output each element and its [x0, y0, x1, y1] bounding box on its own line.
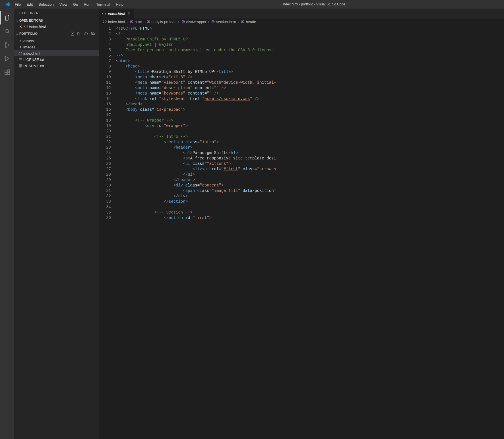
line-number: 1: [99, 26, 111, 31]
chevron-right-icon: ›: [208, 20, 210, 24]
new-folder-icon[interactable]: [76, 30, 82, 37]
file-name: LICENSE.txt: [23, 58, 44, 62]
svg-point-1: [5, 42, 7, 44]
menu-help[interactable]: Help: [113, 1, 126, 8]
code-line[interactable]: <meta charset="utf-8" />: [116, 75, 504, 80]
file-item[interactable]: LICENSE.txt: [14, 56, 99, 63]
breadcrumb-item[interactable]: heade: [241, 20, 256, 24]
breadcrumb-item[interactable]: body.is-preload: [146, 20, 177, 24]
file-item[interactable]: index.html: [14, 50, 99, 56]
refresh-icon[interactable]: [83, 30, 89, 37]
breadcrumb-item[interactable]: index.html: [102, 19, 125, 24]
code-line[interactable]: <div id="wrapper">: [116, 123, 504, 129]
menu-view[interactable]: View: [57, 1, 70, 8]
code-line[interactable]: <!-- Intro -->: [116, 134, 504, 140]
code-line[interactable]: <section id="first">: [116, 215, 504, 221]
file-name: README.txt: [23, 64, 44, 68]
menu-file[interactable]: File: [12, 1, 23, 8]
activity-run-debug-icon[interactable]: [0, 52, 14, 65]
folder-item[interactable]: assets: [14, 38, 99, 44]
code-line[interactable]: </section>: [116, 199, 504, 204]
code-line[interactable]: <title>Paradigm Shift by HTML5 UP</title…: [116, 69, 504, 75]
code-line[interactable]: <!-- Section -->: [116, 210, 504, 215]
code-editor[interactable]: 1234567891011121314151617181920212223242…: [99, 25, 504, 439]
symbol-icon: [211, 20, 215, 24]
file-item[interactable]: README.txt: [14, 63, 99, 69]
symbol-icon: [181, 20, 185, 24]
code-line[interactable]: <header>: [116, 145, 504, 150]
code-line[interactable]: <div class="content">: [116, 183, 504, 188]
line-number: 21: [99, 134, 111, 140]
activity-extensions-icon[interactable]: [0, 65, 14, 79]
code-line[interactable]: <meta name="viewport" content="width=dev…: [116, 80, 504, 85]
code-line[interactable]: [116, 129, 504, 134]
breadcrumb-item[interactable]: section.intro: [211, 20, 236, 24]
code-line[interactable]: </div>: [116, 194, 504, 199]
activity-search-icon[interactable]: [0, 24, 14, 38]
code-line[interactable]: <span class="image fill" data-position=: [116, 188, 504, 194]
close-icon[interactable]: ✕: [127, 11, 131, 16]
activity-explorer-icon[interactable]: [0, 11, 14, 24]
menu-selection[interactable]: Selection: [36, 1, 56, 8]
chevron-right-icon: ›: [126, 20, 128, 24]
code-line[interactable]: html5up.net | @ajlkn: [116, 42, 504, 48]
activity-source-control-icon[interactable]: [0, 38, 14, 52]
breadcrumb-item[interactable]: div#wrapper: [181, 20, 206, 24]
code-line[interactable]: <li><a href="#first" class="arrow s: [116, 167, 504, 172]
menu-run[interactable]: Run: [81, 1, 93, 8]
code-line[interactable]: </ul>: [116, 172, 504, 177]
menu-go[interactable]: Go: [71, 1, 80, 8]
line-number: 6: [99, 53, 111, 58]
breadcrumb-item[interactable]: html: [130, 20, 142, 24]
code-line[interactable]: [116, 204, 504, 210]
code-line[interactable]: <!DOCTYPE HTML>: [116, 26, 504, 31]
breadcrumb-label: section.intro: [216, 20, 236, 24]
line-number: 9: [99, 69, 111, 75]
code-line[interactable]: <head>: [116, 64, 504, 69]
code-line[interactable]: Paradigm Shift by HTML5 UP: [116, 37, 504, 42]
symbol-icon: [130, 20, 134, 24]
file-name: assets: [23, 39, 34, 43]
chevron-right-icon: ›: [177, 20, 180, 24]
code-line[interactable]: Free for personal and commercial use und…: [116, 48, 504, 53]
breadcrumb-label: html: [135, 20, 142, 24]
code-line[interactable]: -->: [116, 53, 504, 58]
code-line[interactable]: <section class="intro">: [116, 140, 504, 145]
folder-item[interactable]: images: [14, 44, 99, 50]
code-line[interactable]: <!-- Wrapper -->: [116, 118, 504, 123]
code-line[interactable]: </header>: [116, 177, 504, 183]
new-file-icon[interactable]: [69, 30, 76, 37]
code-content[interactable]: <!DOCTYPE HTML><!-- Paradigm Shift by HT…: [116, 25, 504, 439]
open-editors-header[interactable]: ⌄ OPEN EDITORS: [14, 18, 99, 23]
code-line[interactable]: </head>: [116, 102, 504, 107]
breadcrumbs[interactable]: index.html›html›body.is-preload›div#wrap…: [99, 19, 504, 25]
line-number: 33: [99, 199, 111, 204]
code-line[interactable]: <meta name="description" content="" />: [116, 85, 504, 91]
project-label: PORTFOLIO: [19, 32, 69, 35]
code-line[interactable]: <body class="is-preload">: [116, 107, 504, 112]
line-number: 19: [99, 123, 111, 129]
line-number: 10: [99, 75, 111, 80]
code-line[interactable]: [116, 112, 504, 118]
code-line[interactable]: <link rel="stylesheet" href="assets/css/…: [116, 96, 504, 102]
line-number: 14: [99, 96, 111, 102]
line-number: 5: [99, 48, 111, 53]
collapse-all-icon[interactable]: [90, 30, 96, 37]
open-editor-item[interactable]: ✕index.html: [14, 23, 99, 30]
code-line[interactable]: <ul class="actions">: [116, 161, 504, 167]
chevron-right-icon: ›: [143, 20, 145, 24]
tab-index-html[interactable]: index.html ✕: [99, 9, 134, 19]
main-area: EXPLORER ⌄ OPEN EDITORS ✕index.html ⌄ PO…: [0, 9, 504, 439]
project-header[interactable]: ⌄ PORTFOLIO: [14, 30, 99, 38]
line-number: 4: [99, 42, 111, 48]
code-line[interactable]: <meta name="keywords" content="" />: [116, 91, 504, 96]
code-line[interactable]: <p>A free responsive site template desi: [116, 156, 504, 161]
line-number: 11: [99, 80, 111, 85]
close-icon[interactable]: ✕: [18, 24, 23, 29]
breadcrumb-label: body.is-preload: [152, 20, 177, 24]
code-line[interactable]: <!--: [116, 31, 504, 37]
code-line[interactable]: <html>: [116, 58, 504, 64]
menu-terminal[interactable]: Terminal: [94, 1, 113, 8]
code-line[interactable]: <h1>Paradigm Shift</h1>: [116, 150, 504, 156]
menu-edit[interactable]: Edit: [24, 1, 35, 8]
